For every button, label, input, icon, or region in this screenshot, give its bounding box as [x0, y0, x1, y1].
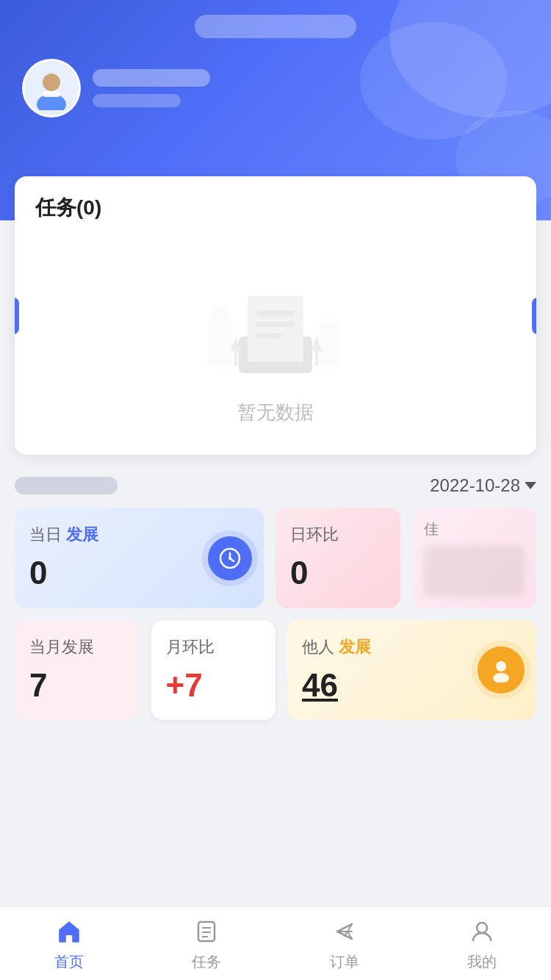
nav-item-mine[interactable]: 我的: [466, 915, 498, 972]
stats-bottom-grid: 当月发展 7 月环比 +7 他人 发展 46: [15, 620, 536, 720]
svg-point-21: [493, 673, 509, 682]
monthly-ratio-label: 月环比: [166, 636, 262, 658]
monthly-ratio-value: +7: [166, 667, 262, 704]
monthly-ratio-card: 月环比 +7: [151, 620, 276, 720]
svg-rect-14: [320, 322, 340, 366]
ranking-image-placeholder: [424, 545, 525, 597]
stats-date[interactable]: 2022-10-28: [430, 475, 536, 496]
mine-icon: [466, 915, 498, 948]
daily-ratio-value: 0: [290, 555, 386, 591]
hero-user-row: [22, 59, 210, 118]
task-card-title: 任务(0): [15, 176, 536, 234]
monthly-develop-value: 7: [29, 667, 125, 704]
svg-rect-22: [66, 935, 72, 942]
user-info: [93, 69, 210, 107]
svg-rect-12: [315, 351, 318, 366]
stats-section: 2022-10-28 当日 发展 0: [15, 475, 536, 720]
daily-label-text: 当日: [29, 525, 66, 544]
svg-rect-13: [209, 314, 231, 366]
svg-rect-6: [256, 311, 295, 316]
svg-point-20: [496, 661, 506, 671]
svg-point-2: [44, 75, 59, 90]
svg-rect-8: [256, 333, 282, 338]
nav-label-home: 首页: [54, 952, 84, 972]
user-name-placeholder: [93, 69, 210, 87]
hero-top-bar: [195, 15, 356, 38]
task-card: 任务(0): [15, 176, 536, 455]
svg-rect-3: [43, 91, 60, 97]
stats-header: 2022-10-28: [15, 475, 536, 496]
daily-ratio-card: 日环比 0: [276, 508, 400, 608]
nav-label-tasks: 任务: [192, 952, 221, 972]
monthly-develop-label: 当月发展: [29, 636, 125, 658]
nav-item-orders[interactable]: 订单: [328, 915, 361, 972]
orders-icon: [328, 915, 361, 948]
svg-rect-5: [248, 296, 303, 362]
others-label-text: 他人: [302, 638, 339, 656]
daily-develop-card: 当日 发展 0: [15, 508, 264, 608]
svg-rect-10: [234, 351, 237, 366]
stats-top-grid: 当日 发展 0 日环比 0: [15, 508, 536, 608]
clock-icon: [208, 536, 252, 580]
date-dropdown-arrow-icon: [525, 482, 536, 489]
svg-rect-7: [256, 322, 295, 327]
others-develop-card: 他人 发展 46: [287, 620, 536, 720]
ranking-label: 佳: [424, 519, 525, 539]
svg-rect-15: [213, 307, 228, 316]
nav-label-mine: 我的: [467, 952, 497, 972]
daily-ratio-label: 日环比: [290, 524, 386, 546]
nav-item-tasks[interactable]: 任务: [190, 915, 223, 972]
bottom-nav: 首页 任务 订单: [0, 907, 551, 980]
svg-point-19: [228, 557, 231, 560]
others-highlight-text: 发展: [339, 638, 371, 656]
empty-illustration-icon: [202, 256, 349, 388]
ranking-card: 佳: [412, 508, 537, 608]
svg-point-32: [477, 923, 487, 933]
task-empty-text: 暂无数据: [237, 400, 314, 425]
user-sub-placeholder: [93, 94, 181, 107]
avatar: [22, 59, 81, 118]
tasks-icon: [190, 915, 223, 948]
task-card-side-right: [532, 298, 536, 334]
monthly-develop-card: 当月发展 7: [15, 620, 140, 720]
daily-highlight-text: 发展: [66, 525, 98, 544]
task-card-wrapper: 任务(0): [15, 176, 536, 455]
stats-title-placeholder: [15, 477, 118, 494]
date-text: 2022-10-28: [430, 475, 520, 496]
person-icon: [478, 646, 525, 693]
home-icon: [53, 915, 85, 948]
nav-label-orders: 订单: [330, 952, 359, 972]
task-empty-state: 暂无数据: [15, 234, 536, 455]
nav-item-home[interactable]: 首页: [53, 915, 85, 972]
task-card-side-left: [15, 298, 19, 334]
